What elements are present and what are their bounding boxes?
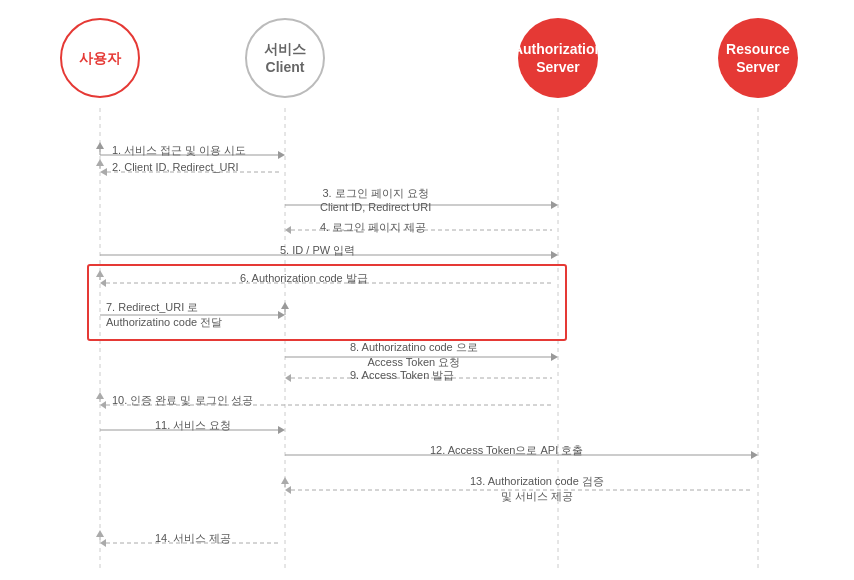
diagram: 사용자 서비스Client AuthorizationServer Resour… [0, 0, 854, 580]
step6-label: 6. Authorization code 발급 [240, 271, 368, 286]
svg-marker-28 [551, 353, 558, 361]
actor-client: 서비스Client [245, 18, 325, 98]
svg-marker-11 [96, 159, 104, 166]
resource-circle: ResourceServer [718, 18, 798, 98]
actor-user: 사용자 [60, 18, 140, 98]
step14-label: 14. 서비스 제공 [155, 531, 231, 546]
actor-resource: ResourceServer [718, 18, 798, 98]
svg-marker-40 [285, 486, 291, 494]
svg-marker-17 [551, 251, 558, 259]
svg-marker-15 [285, 226, 291, 234]
step1-label: 1. 서비스 접근 및 이용 시도 [112, 143, 246, 158]
svg-marker-30 [285, 374, 291, 382]
svg-marker-9 [100, 168, 107, 176]
step3-label: 3. 로그인 페이지 요청Client ID, Redirect URI [320, 186, 431, 213]
step10-label: 10. 인증 완료 및 로그인 성공 [112, 393, 253, 408]
step8-label: 8. Authorizatino code 으로Access Token 요청 [350, 340, 478, 370]
svg-marker-38 [751, 451, 758, 459]
svg-marker-23 [278, 311, 285, 319]
step2-label: 2. Client ID, Redirect_URI [112, 161, 239, 173]
actor-auth: AuthorizationServer [518, 18, 598, 98]
svg-marker-46 [96, 530, 104, 537]
step13-label: 13. Authorization code 검증및 서비스 제공 [470, 474, 604, 504]
svg-marker-44 [100, 539, 106, 547]
step9-label: 9. Access Token 발급 [350, 368, 454, 383]
auth-circle: AuthorizationServer [518, 18, 598, 98]
step5-label: 5. ID / PW 입력 [280, 243, 355, 258]
svg-marker-34 [96, 392, 104, 399]
svg-marker-21 [96, 270, 104, 277]
step11-label: 11. 서비스 요청 [155, 418, 231, 433]
step12-label: 12. Access Token으로 API 호출 [430, 443, 583, 458]
svg-marker-42 [281, 477, 289, 484]
svg-marker-5 [278, 151, 285, 159]
svg-marker-7 [96, 142, 104, 149]
svg-marker-25 [281, 302, 289, 309]
svg-marker-32 [100, 401, 106, 409]
svg-marker-19 [100, 279, 106, 287]
step7-label: 7. Redirect_URI 로Authorizatino code 전달 [106, 300, 222, 330]
svg-marker-36 [278, 426, 285, 434]
user-circle: 사용자 [60, 18, 140, 98]
client-circle: 서비스Client [245, 18, 325, 98]
svg-marker-13 [551, 201, 558, 209]
step4-label: 4. 로그인 페이지 제공 [320, 220, 426, 235]
